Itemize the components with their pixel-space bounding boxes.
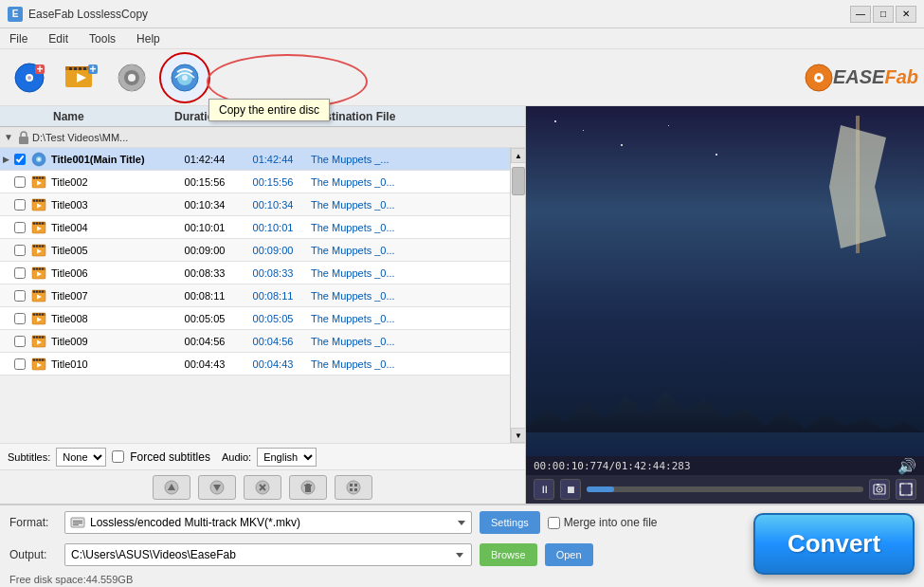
menu-file[interactable]: File (4, 30, 33, 47)
svg-rect-42 (39, 199, 41, 201)
svg-rect-57 (42, 245, 44, 247)
convert-area: Convert (753, 513, 915, 575)
table-row[interactable]: Title00300:10:3400:10:34The Muppets _0..… (0, 193, 510, 216)
table-row[interactable]: ▶Title001(Main Title)01:42:4401:42:44The… (0, 148, 510, 171)
subtitles-select[interactable]: None (56, 448, 106, 467)
delete-button[interactable] (244, 475, 281, 500)
row-destination: The Muppets _0... (307, 222, 510, 233)
svg-rect-35 (39, 176, 41, 178)
table-row[interactable]: Title00400:10:0100:10:01The Muppets _0..… (0, 216, 510, 239)
scrollbar-thumb[interactable] (512, 167, 525, 195)
svg-rect-54 (33, 245, 35, 247)
menu-edit[interactable]: Edit (43, 30, 74, 47)
add-dvd-button[interactable]: + (6, 54, 53, 101)
copy-disc-button[interactable] (159, 52, 210, 103)
svg-rect-50 (42, 222, 44, 224)
stop-button[interactable]: ⏹ (560, 479, 581, 500)
svg-rect-118 (73, 524, 79, 525)
row-checkbox[interactable] (14, 199, 26, 211)
table-row[interactable]: Title00900:04:5600:04:56The Muppets _0..… (0, 330, 510, 353)
settings-button[interactable] (108, 54, 155, 101)
svg-rect-83 (36, 336, 38, 338)
scroll-up-arrow[interactable]: ▲ (511, 148, 525, 163)
open-button[interactable]: Open (545, 543, 593, 566)
svg-rect-43 (42, 199, 44, 201)
row-duration2: 00:09:00 (239, 245, 307, 256)
svg-point-30 (38, 157, 41, 160)
play-pause-button[interactable]: ⏸ (534, 479, 554, 500)
row-icon (28, 289, 49, 303)
title-bar-left: E EaseFab LosslessCopy (8, 7, 148, 22)
table-row[interactable]: Title00800:05:0500:05:05The Muppets _0..… (0, 307, 510, 330)
video-preview (526, 106, 924, 456)
svg-rect-61 (33, 267, 35, 269)
row-duration: 00:05:05 (171, 313, 239, 324)
svg-rect-89 (33, 358, 35, 360)
row-icon (28, 221, 49, 234)
format-select[interactable]: Lossless/encoded Multi-track MKV(*.mkv) (64, 511, 472, 534)
row-title: Title006 (49, 267, 171, 279)
svg-rect-109 (354, 488, 357, 491)
row-expand[interactable]: ▶ (0, 155, 11, 164)
row-icon (28, 266, 49, 280)
fullscreen-button[interactable] (896, 479, 916, 500)
forced-subtitles-checkbox[interactable] (112, 450, 124, 463)
convert-button[interactable]: Convert (753, 513, 915, 575)
table-row[interactable]: Title00600:08:3300:08:33The Muppets _0..… (0, 262, 510, 284)
row-checkbox[interactable] (14, 336, 26, 347)
maximize-button[interactable]: □ (873, 6, 894, 23)
scroll-down-arrow[interactable]: ▼ (511, 428, 525, 443)
output-path[interactable]: C:\Users\ASUS\Videos\EaseFab (64, 543, 472, 566)
row-icon (28, 335, 49, 348)
grid-button[interactable] (335, 475, 372, 500)
svg-rect-47 (33, 222, 35, 224)
svg-rect-19 (118, 76, 124, 80)
table-row[interactable]: Title01000:04:4300:04:43The Muppets _0..… (0, 353, 510, 376)
table-row[interactable]: Title00700:08:1100:08:11The Muppets _0..… (0, 284, 510, 307)
close-button[interactable]: ✕ (896, 6, 916, 23)
move-down-button[interactable] (198, 475, 236, 500)
star (668, 125, 669, 126)
row-checkbox[interactable] (14, 313, 26, 324)
svg-rect-56 (39, 245, 41, 247)
expand-icon[interactable]: ▼ (4, 132, 15, 142)
minimize-button[interactable]: — (850, 6, 871, 23)
row-checkbox[interactable] (14, 245, 26, 256)
add-video-button[interactable]: + (57, 54, 104, 101)
row-duration: 00:04:43 (171, 358, 239, 370)
svg-marker-119 (458, 521, 465, 525)
file-area: Name Duration Duration Destination File … (0, 106, 526, 504)
menu-help[interactable]: Help (131, 30, 166, 47)
merge-checkbox[interactable] (548, 517, 560, 529)
row-icon (28, 175, 49, 189)
svg-rect-114 (900, 484, 912, 495)
table-row[interactable]: Title00500:09:0000:09:00The Muppets _0..… (0, 239, 510, 262)
format-dropdown-icon (456, 517, 467, 528)
svg-marker-120 (456, 553, 463, 558)
row-checkbox[interactable] (14, 222, 26, 233)
svg-rect-91 (39, 358, 41, 360)
table-row[interactable]: Title00200:15:5600:15:56The Muppets _0..… (0, 171, 510, 193)
move-up-button[interactable] (153, 475, 190, 500)
audio-select[interactable]: English (257, 448, 317, 467)
svg-rect-36 (42, 176, 44, 178)
screenshot-button[interactable] (869, 479, 890, 500)
row-checkbox[interactable] (14, 176, 26, 188)
row-checkbox[interactable] (14, 154, 26, 165)
progress-bar[interactable] (587, 486, 863, 492)
logo-fab: Fab (884, 66, 918, 88)
svg-rect-107 (354, 484, 357, 486)
svg-rect-75 (33, 313, 35, 315)
row-title: Title008 (49, 313, 171, 324)
menu-tools[interactable]: Tools (83, 30, 121, 47)
row-checkbox[interactable] (14, 358, 26, 370)
trash-button[interactable] (289, 475, 327, 500)
settings-button[interactable]: Settings (480, 511, 540, 534)
row-checkbox[interactable] (14, 290, 26, 302)
row-checkbox[interactable] (14, 267, 26, 279)
scrollbar-vertical[interactable]: ▲ ▼ (510, 148, 525, 443)
svg-rect-48 (36, 222, 38, 224)
action-bar (0, 469, 525, 504)
browse-button[interactable]: Browse (480, 543, 537, 566)
tooltip: Copy the entire disc (208, 99, 330, 121)
